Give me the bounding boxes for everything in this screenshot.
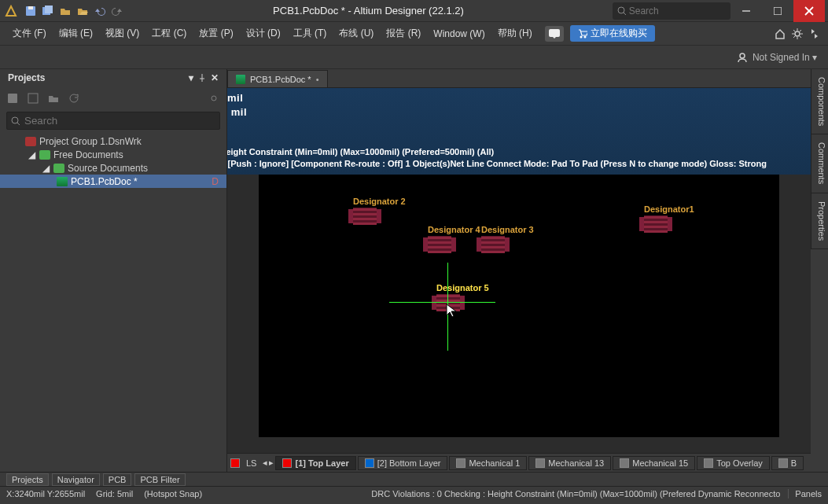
panels-button[interactable]: Panels	[788, 489, 822, 498]
projects-tree: Project Group 1.DsnWrk ◢Free Documents ◢…	[0, 131, 226, 472]
menu-project[interactable]: 工程 (C)	[147, 24, 191, 42]
title-bar: PCB1.PcbDoc * - Altium Designer (22.1.2)	[0, 0, 828, 22]
redo-icon[interactable]	[110, 4, 124, 18]
menu-help[interactable]: 帮助 (H)	[493, 24, 537, 42]
menu-place[interactable]: 放置 (P)	[194, 24, 237, 42]
minimize-button[interactable]	[730, 0, 762, 22]
notifications-icon[interactable]	[545, 26, 564, 42]
component-d2[interactable]: Designator 2	[353, 208, 377, 225]
layer-tab-bottom[interactable]: [2] Bottom Layer	[358, 456, 448, 470]
undo-icon[interactable]	[93, 4, 107, 18]
folder-icon	[53, 164, 64, 173]
saveall-icon[interactable]	[41, 4, 55, 18]
projects-panel-header: Projects ▾ ✕	[0, 69, 226, 86]
projects-search-input[interactable]	[6, 112, 220, 130]
layer-tab-bo[interactable]: B	[771, 456, 804, 470]
save-project-icon[interactable]	[5, 90, 20, 106]
layer-set-label[interactable]: LS	[241, 458, 261, 468]
svg-line-19	[17, 123, 20, 125]
save-icon[interactable]	[24, 4, 38, 18]
righttab-properties[interactable]: Properties	[811, 193, 828, 249]
status-grid: Grid: 5mil	[96, 489, 133, 498]
svg-point-17	[212, 96, 216, 101]
bottom-tab-pcb[interactable]: PCB	[103, 473, 132, 486]
component-d4[interactable]: Designator 4	[428, 236, 451, 253]
document-tab[interactable]: PCB1.PcbDoc * •	[227, 70, 328, 87]
layer-tab-m13[interactable]: Mechanical 13	[528, 456, 611, 470]
svg-point-13	[795, 31, 800, 36]
layer-tab-top[interactable]: [1] Top Layer	[275, 456, 355, 470]
panel-settings-icon[interactable]	[206, 90, 222, 106]
layer-prev-icon[interactable]: ◂	[263, 458, 267, 468]
right-panel-strip: Components Comments Properties	[811, 69, 828, 249]
bottom-tab-projects[interactable]: Projects	[6, 473, 49, 486]
open-project-icon[interactable]	[75, 4, 90, 18]
open-icon[interactable]	[58, 4, 72, 18]
status-bar: X:3240mil Y:2655mil Grid: 5mil (Hotspot …	[0, 486, 828, 500]
tree-source-documents[interactable]: ◢Source Documents	[0, 161, 226, 175]
layer-tab-m15[interactable]: Mechanical 15	[613, 456, 695, 470]
settings-icon[interactable]	[792, 28, 803, 39]
dirty-marker: D	[212, 176, 219, 187]
document-tab-label: PCB1.PcbDoc *	[250, 75, 311, 84]
menu-window[interactable]: Window (W)	[429, 26, 489, 42]
compile-icon[interactable]	[25, 90, 41, 106]
panel-pin-icon[interactable]	[198, 74, 206, 82]
svg-rect-10	[549, 29, 560, 37]
layer-swatch-red[interactable]	[230, 458, 240, 468]
signin-link[interactable]: Not Signed In ▾	[737, 52, 817, 63]
svg-rect-16	[28, 94, 38, 103]
folder-icon	[39, 150, 50, 160]
svg-rect-3	[45, 6, 53, 13]
menu-reports[interactable]: 报告 (R)	[381, 24, 425, 42]
refresh-icon[interactable]	[66, 90, 82, 106]
menu-edit[interactable]: 编辑 (E)	[54, 24, 98, 42]
bottom-tab-pcbfilter[interactable]: PCB Filter	[134, 473, 185, 486]
editor-area: PCB1.PcbDoc * • x: 3240.000 dx: 100.000 …	[227, 69, 811, 472]
svg-point-4	[618, 7, 624, 13]
panel-close-icon[interactable]: ✕	[211, 72, 219, 83]
board-area[interactable]: Designator 2 Designator 4 Designator 3 D…	[259, 175, 779, 437]
account-bar: Not Signed In ▾	[0, 46, 828, 69]
component-d3[interactable]: Designator 3	[481, 236, 505, 253]
search-icon	[11, 116, 20, 126]
project-group-icon	[25, 137, 36, 146]
menu-tools[interactable]: 工具 (T)	[289, 24, 332, 42]
folder-icon[interactable]	[46, 90, 61, 106]
panel-dropdown-icon[interactable]: ▾	[189, 72, 193, 83]
component-d5[interactable]: Designator 5	[436, 294, 460, 311]
menu-file[interactable]: 文件 (F)	[8, 24, 51, 42]
bottom-tab-navigator[interactable]: Navigator	[52, 473, 100, 486]
home-icon[interactable]	[775, 28, 786, 39]
layer-tab-topoverlay[interactable]: Top Overlay	[697, 456, 770, 470]
global-search[interactable]	[613, 2, 730, 20]
global-search-input[interactable]	[629, 6, 726, 17]
projects-search[interactable]	[0, 110, 226, 131]
menu-route[interactable]: 布线 (U)	[334, 24, 378, 42]
cursor-icon	[446, 304, 457, 318]
buy-button[interactable]: 立即在线购买	[570, 25, 655, 42]
status-hotspot: (Hotspot Snap)	[144, 489, 202, 498]
tree-pcb-doc[interactable]: PCB1.PcbDoc *D	[0, 175, 226, 188]
close-button[interactable]	[793, 0, 825, 22]
projects-panel-title: Projects	[8, 72, 45, 83]
extensions-icon[interactable]	[809, 28, 820, 39]
maximize-button[interactable]	[762, 0, 793, 22]
menu-view[interactable]: 视图 (V)	[101, 24, 144, 42]
pcb-file-icon	[236, 75, 245, 84]
pcb-canvas[interactable]: x: 3240.000 dx: 100.000 mil y: 2655.000 …	[227, 88, 811, 453]
svg-point-18	[12, 117, 18, 123]
layer-next-icon[interactable]: ▸	[269, 458, 274, 468]
layer-tab-m1[interactable]: Mechanical 1	[449, 456, 527, 470]
tree-free-documents[interactable]: ◢Free Documents	[0, 148, 226, 161]
righttab-components[interactable]: Components	[811, 69, 828, 134]
tree-project-group[interactable]: Project Group 1.DsnWrk	[0, 134, 226, 148]
svg-point-11	[580, 35, 582, 38]
close-tab-icon[interactable]: •	[316, 75, 319, 84]
svg-point-14	[740, 53, 745, 58]
menu-bar: 文件 (F) 编辑 (E) 视图 (V) 工程 (C) 放置 (P) 设计 (D…	[0, 22, 828, 46]
component-d1[interactable]: Designator1	[644, 215, 668, 233]
righttab-comments[interactable]: Comments	[811, 134, 828, 193]
menu-design[interactable]: 设计 (D)	[241, 24, 285, 42]
cursor-hud: x: 3240.000 dx: 100.000 mil y: 2655.000 …	[227, 88, 811, 175]
